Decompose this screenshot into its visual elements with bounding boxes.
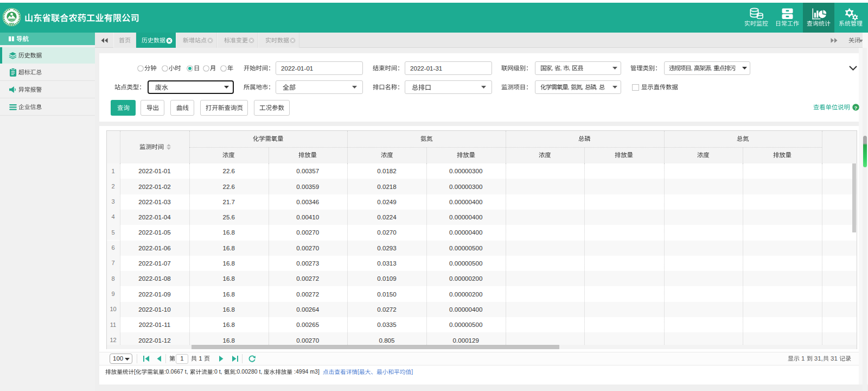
svg-text:?: ?	[854, 104, 858, 110]
svg-text:MEE: MEE	[9, 22, 14, 25]
